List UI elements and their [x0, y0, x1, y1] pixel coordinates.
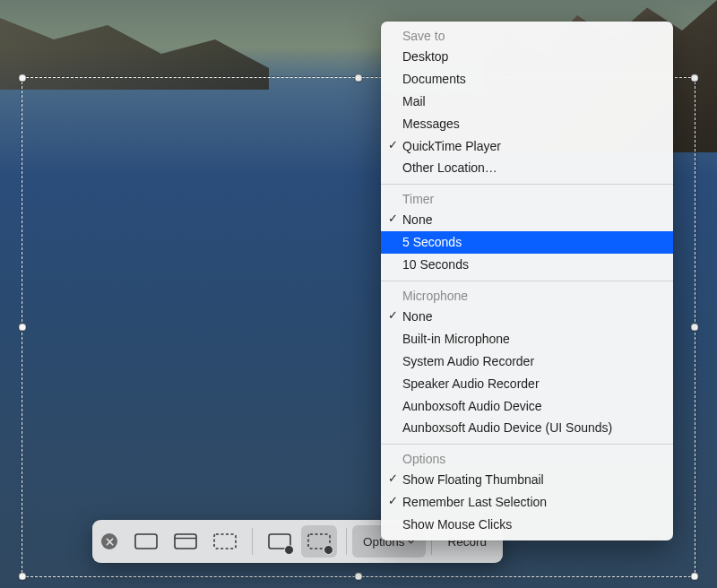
window-icon — [172, 531, 199, 552]
resize-handle-top-right[interactable] — [691, 74, 699, 82]
menu-section-header: Microphone — [381, 286, 673, 306]
menu-item[interactable]: System Audio Recorder — [381, 350, 673, 373]
resize-handle-bottom-right[interactable] — [691, 573, 699, 581]
record-entire-screen-button[interactable] — [262, 525, 298, 558]
menu-item[interactable]: Desktop — [381, 46, 673, 68]
close-icon — [106, 538, 114, 546]
close-button[interactable] — [101, 533, 117, 549]
toolbar-separator — [346, 528, 347, 555]
menu-item[interactable]: Speaker Audio Recorder — [381, 373, 673, 395]
capture-entire-screen-button[interactable] — [128, 525, 164, 558]
menu-item[interactable]: 10 Seconds — [381, 254, 673, 276]
capture-mode-group — [125, 525, 246, 558]
record-mode-group — [258, 525, 341, 558]
svg-rect-3 — [214, 534, 236, 549]
selection-icon — [212, 531, 238, 552]
resize-handle-top-left[interactable] — [19, 74, 27, 82]
menu-item[interactable]: Built-in Microphone — [381, 328, 673, 350]
menu-item[interactable]: Documents — [381, 68, 673, 91]
resize-handle-left[interactable] — [19, 324, 27, 332]
svg-rect-0 — [135, 534, 157, 549]
menu-section-header: Options — [381, 449, 673, 469]
options-menu: Save toDesktopDocumentsMailMessagesQuick… — [381, 22, 673, 540]
menu-section-header: Timer — [381, 189, 673, 209]
menu-item[interactable]: None — [381, 306, 673, 328]
menu-separator — [381, 281, 673, 281]
resize-handle-right[interactable] — [691, 324, 699, 332]
menu-item[interactable]: 5 Seconds — [381, 231, 673, 254]
menu-item[interactable]: Messages — [381, 113, 673, 135]
record-selection-button[interactable] — [301, 525, 337, 558]
menu-item[interactable]: Mail — [381, 91, 673, 113]
resize-handle-bottom[interactable] — [355, 573, 363, 581]
menu-item[interactable]: Other Location… — [381, 157, 673, 179]
toolbar-separator — [252, 528, 253, 555]
menu-item[interactable]: Aunboxsoft Audio Device (UI Sounds) — [381, 417, 673, 439]
menu-item[interactable]: Show Mouse Clicks — [381, 514, 673, 536]
screen-icon — [133, 531, 160, 552]
menu-item[interactable]: None — [381, 209, 673, 231]
capture-window-button[interactable] — [168, 525, 203, 558]
menu-separator — [381, 184, 673, 185]
capture-selection-button[interactable] — [207, 525, 243, 558]
svg-rect-1 — [175, 534, 196, 549]
menu-item[interactable]: QuickTime Player — [381, 135, 673, 158]
menu-item[interactable]: Aunboxsoft Audio Device — [381, 395, 673, 418]
menu-section-header: Save to — [381, 26, 673, 46]
resize-handle-bottom-left[interactable] — [19, 573, 27, 581]
record-indicator-icon — [284, 545, 294, 555]
menu-separator — [381, 444, 673, 445]
menu-item[interactable]: Remember Last Selection — [381, 491, 673, 514]
menu-item[interactable]: Show Floating Thumbnail — [381, 469, 673, 491]
resize-handle-top[interactable] — [355, 74, 363, 82]
record-indicator-icon — [324, 545, 333, 555]
